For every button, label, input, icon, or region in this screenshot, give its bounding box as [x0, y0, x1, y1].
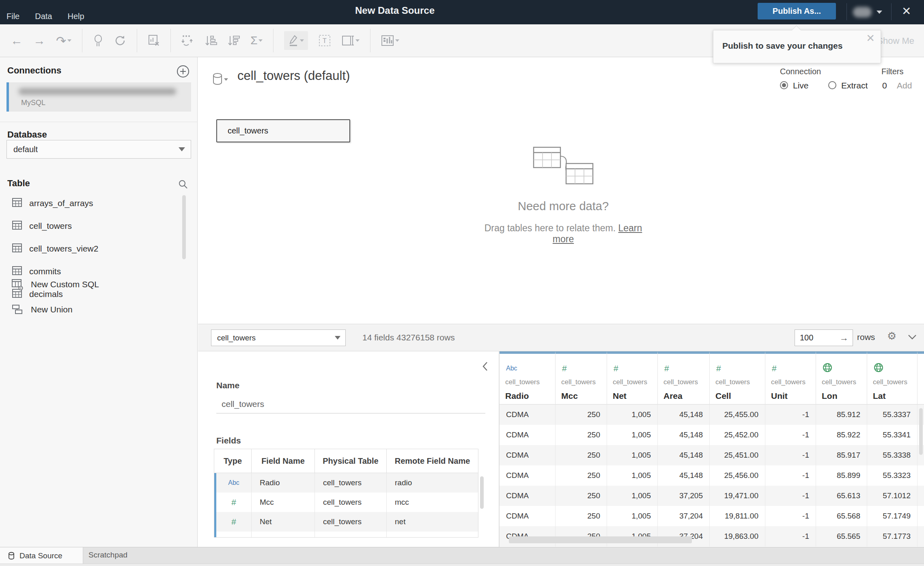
new-union-button[interactable]: New Union	[0, 301, 73, 318]
column-type-icon-wrap: #	[716, 363, 721, 374]
grid-column-header-mcc[interactable]: #cell_towersMcc	[556, 351, 607, 405]
clear-sheet-button[interactable]	[148, 34, 160, 47]
show-me-button[interactable]: Show Me	[877, 36, 914, 46]
row-count-input[interactable]: 100 →	[795, 329, 853, 346]
field-type-cell: #	[216, 493, 252, 512]
grid-column-header-lat[interactable]: cell_towersLat	[867, 351, 918, 405]
sort-ascending-button[interactable]	[205, 34, 217, 47]
table-list-item-label: cell_towers_view2	[29, 244, 98, 254]
redo-button[interactable]: →	[33, 34, 45, 47]
table-list-item-cell_towers[interactable]: cell_towers	[0, 215, 198, 237]
cell-size-button[interactable]	[341, 34, 360, 47]
grid-column-header-radio[interactable]: Abccell_towersRadio	[500, 351, 556, 405]
avatar-caret-icon[interactable]	[877, 11, 882, 14]
refresh-button[interactable]	[114, 34, 126, 47]
table-grid-icon	[12, 266, 22, 277]
fields-header-type[interactable]: Type	[214, 449, 252, 473]
fields-row-net[interactable]: #Netcell_towersnet	[214, 512, 478, 532]
fields-header-field-name[interactable]: Field Name	[252, 449, 315, 473]
datasource-caret-icon[interactable]	[224, 78, 228, 81]
table-list-scrollbar[interactable]	[182, 195, 186, 259]
extract-radio-label[interactable]: Extract	[841, 81, 868, 90]
apply-row-count-icon[interactable]: →	[840, 333, 849, 343]
live-radio[interactable]	[780, 81, 788, 89]
grid-cell: CDMA	[500, 465, 556, 486]
table-node-cell-towers[interactable]: cell_towers	[216, 119, 350, 142]
grid-cell: 85.917	[816, 445, 867, 465]
grid-vertical-scrollbar[interactable]	[919, 408, 923, 455]
tooltip-close-icon[interactable]: ✕	[866, 32, 875, 45]
totals-sigma-button[interactable]: Σ	[250, 34, 263, 47]
grid-column-header-net[interactable]: #cell_towersNet	[607, 351, 658, 405]
grid-cell: 37,205	[658, 486, 710, 506]
field-type-cell: #	[216, 512, 252, 532]
grid-cell: 25,456.00	[710, 465, 765, 486]
grid-table-select[interactable]: cell_towers	[211, 329, 346, 346]
connection-item[interactable]: MySQL	[6, 82, 191, 112]
highlight-button[interactable]	[284, 31, 308, 50]
collapse-panel-icon[interactable]	[481, 361, 489, 373]
swap-rows-columns-button[interactable]	[181, 34, 194, 47]
grid-cell: 250	[556, 445, 607, 465]
grid-column-header-area[interactable]: #cell_towersArea	[658, 351, 710, 405]
tab-data-source[interactable]: Data Source	[0, 547, 83, 564]
table-list-item-cell_towers_view2[interactable]: cell_towers_view2	[0, 237, 198, 260]
chevron-down-icon[interactable]	[907, 334, 917, 342]
fields-table-scrollbar[interactable]	[480, 476, 484, 509]
grid-cell: -1	[765, 405, 816, 425]
name-value[interactable]: cell_towers	[222, 399, 264, 409]
undo-button[interactable]: ←	[11, 34, 23, 47]
column-field-name: Unit	[771, 391, 788, 401]
grid-column-header-cell[interactable]: #cell_towersCell	[710, 351, 765, 405]
data-source-pause-button[interactable]	[93, 34, 103, 47]
live-radio-label[interactable]: Live	[793, 81, 809, 90]
datasource-cylinder-icon[interactable]	[212, 73, 223, 87]
physical-table-cell: cell_towers	[315, 473, 387, 493]
tab-scratchpad[interactable]: Scratchpad	[88, 551, 127, 560]
filters-add-button[interactable]: Add	[897, 81, 912, 90]
physical-table-cell: cell_towers	[315, 512, 387, 532]
fields-row-radio[interactable]: AbcRadiocell_towersradio	[214, 473, 478, 493]
fields-header-remote-field-name[interactable]: Remote Field Name	[387, 449, 478, 473]
grid-cell: 85.912	[816, 405, 867, 425]
search-icon[interactable]	[178, 179, 188, 191]
field-name-cell: Net	[252, 512, 315, 532]
menu-data[interactable]: Data	[35, 12, 52, 21]
fit-view-button[interactable]	[381, 34, 399, 47]
close-window-icon[interactable]: ✕	[902, 5, 911, 18]
new-custom-sql-label: New Custom SQL	[31, 280, 99, 289]
grid-column-header-lon[interactable]: cell_towersLon	[816, 351, 867, 405]
new-custom-sql-button[interactable]: New Custom SQL	[0, 276, 99, 293]
number-type-icon: #	[716, 364, 721, 373]
gear-icon[interactable]: ⚙	[887, 330, 896, 342]
connections-sidebar: Connections MySQL Database default Table…	[0, 57, 198, 547]
grid-cell: 250	[556, 405, 607, 425]
grid-horizontal-scrollbar[interactable]	[509, 536, 692, 543]
menu-help[interactable]: Help	[67, 12, 84, 21]
grid-cell: 250	[556, 506, 607, 526]
fields-header-physical-table[interactable]: Physical Table	[315, 449, 387, 473]
fields-table: TypeField NamePhysical TableRemote Field…	[214, 449, 478, 538]
fields-row-mcc[interactable]: #Mcccell_towersmcc	[214, 493, 478, 512]
datasource-cylinder-icon	[8, 552, 15, 560]
grid-cell: 1,005	[607, 465, 658, 486]
replay-button[interactable]: ↷	[56, 34, 71, 48]
column-table-label: cell_towers	[771, 378, 806, 386]
extract-radio[interactable]	[828, 81, 836, 89]
text-label-button[interactable]: T	[319, 34, 331, 47]
add-connection-icon[interactable]	[176, 65, 190, 80]
menu-bar: File Data Help	[6, 0, 84, 24]
grid-cell: -1	[765, 465, 816, 486]
database-select[interactable]: default	[6, 140, 191, 159]
grid-column-header-unit[interactable]: #cell_towersUnit	[765, 351, 816, 405]
menu-file[interactable]: File	[6, 12, 19, 21]
status-strip	[0, 564, 924, 566]
sort-descending-button[interactable]	[228, 34, 240, 47]
publish-as-button[interactable]: Publish As...	[758, 3, 836, 19]
connections-heading: Connections	[7, 65, 61, 76]
connection-section-label: Connection	[780, 67, 821, 76]
table-list-item-arrays_of_arrays[interactable]: arrays_of_arrays	[0, 192, 198, 215]
avatar[interactable]	[853, 7, 872, 17]
column-field-name: Lat	[873, 391, 886, 401]
column-table-label: cell_towers	[561, 378, 596, 386]
